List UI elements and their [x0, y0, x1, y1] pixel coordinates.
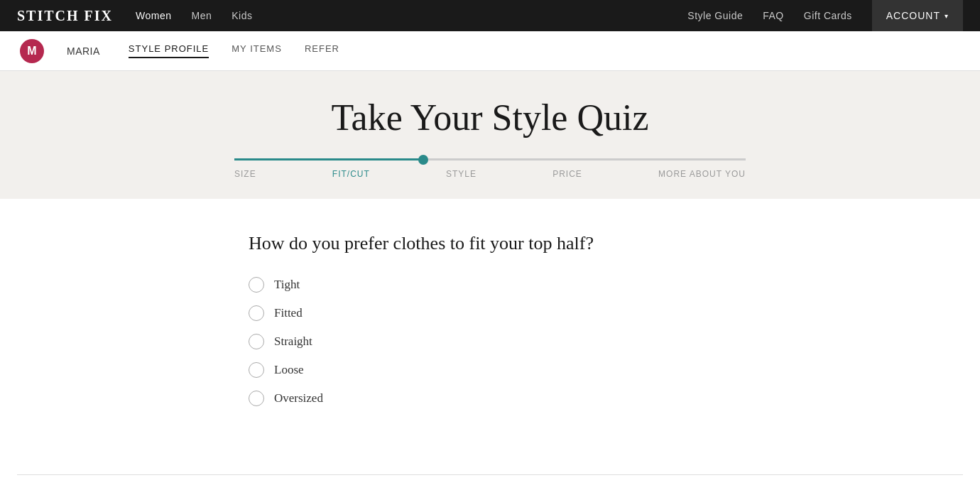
progress-dot: [418, 155, 428, 165]
primary-nav-links: Women Men Kids: [136, 10, 252, 21]
option-label-tight: Tight: [274, 278, 300, 292]
progress-fill: [234, 158, 423, 160]
secondary-navigation: M MARIA STYLE PROFILE MY ITEMS REFER: [0, 31, 980, 71]
radio-straight[interactable]: [249, 334, 264, 349]
account-button[interactable]: ACCOUNT ▾: [872, 0, 963, 31]
option-label-straight: Straight: [274, 334, 312, 349]
progress-bar-container: SIZE FIT/CUT STYLE PRICE MORE ABOUT YOU: [234, 158, 746, 179]
nav-kids[interactable]: Kids: [232, 10, 252, 21]
avatar: M: [20, 39, 44, 63]
options-list: Tight Fitted Straight Loose Oversized: [249, 277, 980, 406]
quiz-title: Take Your Style Quiz: [0, 97, 980, 138]
account-nav: STYLE PROFILE MY ITEMS REFER: [129, 43, 339, 58]
radio-tight[interactable]: [249, 277, 264, 293]
option-loose[interactable]: Loose: [249, 362, 980, 378]
main-content: How do you prefer clothes to fit your to…: [0, 199, 980, 440]
nav-style-profile[interactable]: STYLE PROFILE: [129, 43, 209, 58]
nav-style-guide[interactable]: Style Guide: [687, 10, 743, 21]
option-tight[interactable]: Tight: [249, 277, 980, 293]
nav-my-items[interactable]: MY ITEMS: [232, 43, 282, 58]
account-label: ACCOUNT: [886, 10, 940, 21]
radio-oversized[interactable]: [249, 391, 264, 406]
top-navigation: STITCH FIX Women Men Kids Style Guide FA…: [0, 0, 980, 31]
radio-fitted[interactable]: [249, 305, 264, 321]
option-label-fitted: Fitted: [274, 306, 303, 320]
nav-men[interactable]: Men: [192, 10, 212, 21]
username: MARIA: [67, 45, 100, 57]
option-label-oversized: Oversized: [274, 391, 323, 405]
step-price[interactable]: PRICE: [552, 169, 582, 179]
chevron-down-icon: ▾: [944, 12, 949, 20]
nav-refer[interactable]: REFER: [305, 43, 339, 58]
nav-faq[interactable]: FAQ: [763, 10, 784, 21]
option-oversized[interactable]: Oversized: [249, 391, 980, 406]
radio-loose[interactable]: [249, 362, 264, 378]
step-more-about-you[interactable]: MORE ABOUT YOU: [658, 169, 746, 179]
question-title: How do you prefer clothes to fit your to…: [249, 233, 980, 254]
step-fit-cut[interactable]: FIT/CUT: [332, 169, 370, 179]
option-label-loose: Loose: [274, 363, 304, 377]
option-fitted[interactable]: Fitted: [249, 305, 980, 321]
nav-gift-cards[interactable]: Gift Cards: [804, 10, 852, 21]
site-logo[interactable]: STITCH FIX: [17, 8, 113, 24]
nav-women[interactable]: Women: [136, 10, 171, 21]
top-nav-right: Style Guide FAQ Gift Cards ACCOUNT ▾: [687, 0, 963, 31]
hero-section: Take Your Style Quiz SIZE FIT/CUT STYLE …: [0, 71, 980, 199]
progress-labels: SIZE FIT/CUT STYLE PRICE MORE ABOUT YOU: [234, 169, 746, 179]
step-style[interactable]: STYLE: [446, 169, 477, 179]
bottom-divider: [17, 474, 963, 475]
step-size[interactable]: SIZE: [234, 169, 256, 179]
progress-track: [234, 158, 746, 160]
option-straight[interactable]: Straight: [249, 334, 980, 349]
